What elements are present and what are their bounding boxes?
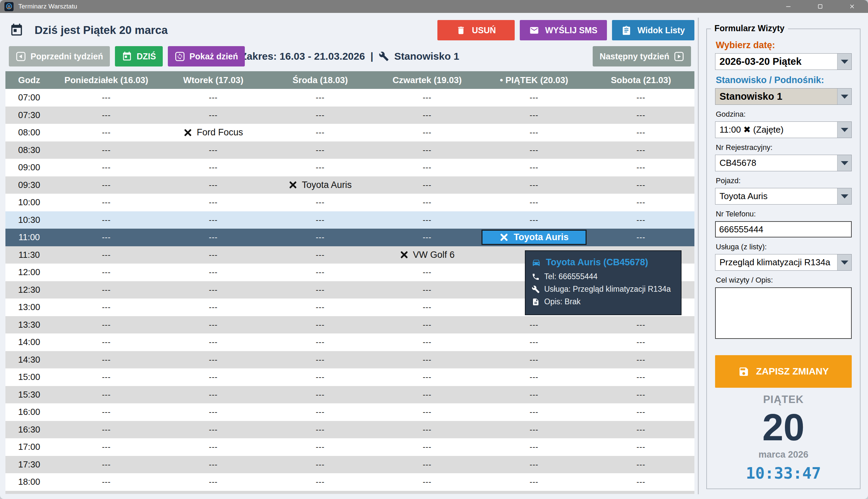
chevron-down-icon[interactable]	[837, 53, 851, 70]
schedule-cell[interactable]: ---	[267, 368, 374, 386]
schedule-cell[interactable]: ---	[587, 456, 694, 474]
schedule-cell[interactable]: ---	[267, 281, 374, 299]
schedule-cell[interactable]: ---	[160, 351, 266, 369]
schedule-cell[interactable]: ---	[160, 438, 266, 456]
schedule-cell[interactable]: ---	[374, 456, 481, 474]
schedule-cell[interactable]: ---	[267, 246, 374, 264]
schedule-cell[interactable]: ---	[53, 456, 160, 474]
schedule-cell[interactable]: ---	[587, 89, 694, 107]
show-day-button[interactable]: Pokaż dzień	[168, 46, 245, 66]
schedule-cell[interactable]: ---	[374, 159, 481, 177]
schedule-cell[interactable]: ---	[267, 89, 374, 107]
delete-button[interactable]: USUŃ	[437, 20, 515, 40]
schedule-cell[interactable]: ---	[374, 211, 481, 229]
schedule-cell[interactable]: ---	[587, 316, 694, 334]
schedule-cell[interactable]: ---	[267, 124, 374, 142]
schedule-cell[interactable]: ---	[481, 194, 587, 211]
description-textarea[interactable]	[715, 287, 852, 339]
schedule-cell[interactable]: ---	[160, 333, 266, 351]
schedule-cell[interactable]: ---	[374, 177, 481, 194]
schedule-cell[interactable]: ---	[160, 299, 266, 316]
schedule-cell[interactable]: ---	[374, 229, 481, 246]
schedule-cell[interactable]: ---	[53, 89, 160, 107]
schedule-cell[interactable]: ---	[374, 333, 481, 351]
schedule-cell[interactable]: ---	[267, 194, 374, 211]
schedule-cell[interactable]: ---	[160, 177, 266, 194]
schedule-cell[interactable]: ---	[587, 403, 694, 421]
schedule-cell[interactable]: ---	[267, 299, 374, 316]
schedule-cell[interactable]: ---	[160, 107, 266, 124]
schedule-cell[interactable]: ---	[53, 264, 160, 281]
schedule-cell[interactable]: ---	[587, 194, 694, 211]
schedule-cell[interactable]: ---	[374, 368, 481, 386]
schedule-cell[interactable]: ---	[53, 194, 160, 211]
schedule-cell[interactable]: ---	[374, 473, 481, 491]
schedule-cell[interactable]: ---	[481, 421, 587, 439]
send-sms-button[interactable]: WYŚLIJ SMS	[520, 20, 607, 40]
schedule-cell[interactable]: ---	[267, 351, 374, 369]
schedule-cell[interactable]: ---	[587, 438, 694, 456]
chevron-down-icon[interactable]	[837, 122, 851, 138]
schedule-cell[interactable]: ---	[53, 142, 160, 159]
hour-combobox[interactable]: 11:00 ✖ (Zajęte)	[715, 121, 852, 138]
schedule-cell[interactable]: ---	[267, 386, 374, 404]
schedule-cell[interactable]: ---	[374, 316, 481, 334]
schedule-cell[interactable]: ---	[374, 89, 481, 107]
phone-input[interactable]	[715, 221, 852, 238]
schedule-cell[interactable]: ---	[53, 421, 160, 439]
schedule-cell[interactable]: ---	[160, 386, 266, 404]
close-button[interactable]	[836, 0, 868, 13]
schedule-cell[interactable]: ---	[481, 211, 587, 229]
schedule-cell[interactable]: ---	[160, 246, 266, 264]
schedule-cell[interactable]: ---	[267, 159, 374, 177]
schedule-cell[interactable]: ---	[587, 368, 694, 386]
schedule-cell[interactable]: ---	[267, 421, 374, 439]
schedule-cell[interactable]: ---	[481, 386, 587, 404]
schedule-cell[interactable]: ---	[267, 264, 374, 281]
schedule-cell[interactable]: Ford Focus	[160, 124, 266, 142]
event-entry[interactable]: Ford Focus	[184, 127, 243, 138]
schedule-cell[interactable]: ---	[53, 438, 160, 456]
schedule-cell[interactable]: VW Golf 6	[374, 246, 481, 264]
schedule-cell[interactable]: ---	[267, 473, 374, 491]
schedule-cell[interactable]: ---	[160, 281, 266, 299]
service-combobox[interactable]: Przegląd klimatyzacji R134a	[715, 254, 852, 271]
schedule-cell[interactable]: ---	[53, 124, 160, 142]
schedule-cell[interactable]: ---	[481, 124, 587, 142]
schedule-cell[interactable]: ---	[53, 107, 160, 124]
schedule-cell[interactable]: ---	[160, 316, 266, 334]
schedule-cell[interactable]: ---	[53, 299, 160, 316]
schedule-cell[interactable]: ---	[587, 473, 694, 491]
schedule-cell[interactable]: ---	[481, 368, 587, 386]
chevron-down-icon[interactable]	[837, 254, 851, 270]
schedule-cell[interactable]: ---	[481, 107, 587, 124]
schedule-cell[interactable]: ---	[374, 281, 481, 299]
schedule-cell[interactable]: ---	[53, 246, 160, 264]
next-week-button[interactable]: Następny tydzień	[593, 46, 691, 66]
schedule-cell[interactable]: ---	[160, 229, 266, 246]
minimize-button[interactable]	[772, 0, 804, 13]
schedule-cell[interactable]: ---	[160, 89, 266, 107]
chevron-down-icon[interactable]	[837, 155, 851, 171]
list-view-button[interactable]: Widok Listy	[612, 20, 694, 40]
event-entry[interactable]: VW Golf 6	[400, 250, 455, 260]
save-button[interactable]: ZAPISZ ZMIANY	[715, 355, 852, 388]
schedule-cell[interactable]: ---	[53, 333, 160, 351]
schedule-cell[interactable]: ---	[374, 403, 481, 421]
schedule-cell[interactable]: ---	[160, 473, 266, 491]
station-combobox[interactable]: Stanowisko 1	[715, 88, 852, 105]
schedule-cell[interactable]: ---	[481, 351, 587, 369]
prev-week-button[interactable]: Poprzedni tydzień	[9, 46, 110, 66]
schedule-cell[interactable]: ---	[160, 456, 266, 474]
schedule-cell[interactable]: ---	[53, 159, 160, 177]
schedule-cell[interactable]: ---	[160, 421, 266, 439]
schedule-cell[interactable]: ---	[374, 421, 481, 439]
today-button[interactable]: DZIŚ	[115, 46, 163, 66]
schedule-cell[interactable]: ---	[587, 386, 694, 404]
schedule-cell[interactable]: ---	[160, 194, 266, 211]
schedule-cell[interactable]: Toyota Auris	[267, 177, 374, 194]
schedule-cell[interactable]: ---	[587, 351, 694, 369]
schedule-cell[interactable]: ---	[374, 194, 481, 211]
schedule-cell[interactable]: ---	[587, 159, 694, 177]
schedule-cell[interactable]: ---	[267, 107, 374, 124]
